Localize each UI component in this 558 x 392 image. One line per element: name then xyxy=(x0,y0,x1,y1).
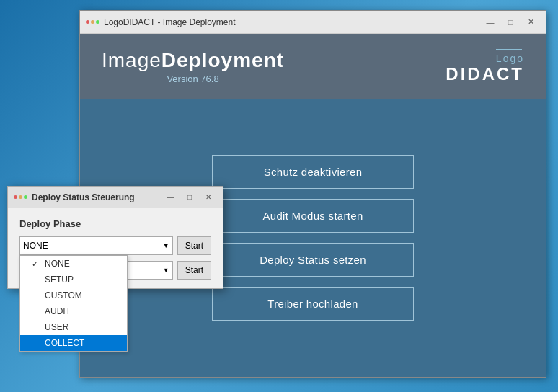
buttons-column: Schutz deaktivieren Audit Modus starten … xyxy=(212,155,414,321)
dot-green xyxy=(96,20,99,24)
dialog-dot-red xyxy=(14,195,17,199)
dropdown-item-audit[interactable]: AUDIT xyxy=(20,303,127,319)
dialog-controls: — □ ✕ xyxy=(162,191,217,204)
action-dropdown-arrow-icon: ▼ xyxy=(163,267,169,274)
title-light: Image xyxy=(102,49,161,71)
deploy-phase-label: Deploy Phase xyxy=(19,218,211,229)
dialog-close-button[interactable]: ✕ xyxy=(200,191,217,204)
title-bold: Deployment xyxy=(161,49,284,71)
dialog-title: Deploy Status Steuerung xyxy=(32,192,162,202)
minimize-button[interactable]: — xyxy=(481,15,500,30)
phase-selected-value: NONE xyxy=(23,241,48,251)
dropdown-wrapper: NONE ▼ ✓ NONE SETUP CUSTOM xyxy=(19,236,173,255)
phase-start-button[interactable]: Start xyxy=(177,236,211,255)
dialog-dots xyxy=(14,195,27,199)
logo-top: Logo xyxy=(496,53,524,64)
item-label-audit: AUDIT xyxy=(45,306,71,316)
dropdown-item-setup[interactable]: SETUP xyxy=(20,272,127,288)
dot-red xyxy=(86,20,89,24)
dot-yellow xyxy=(91,20,94,24)
dropdown-arrow-icon: ▼ xyxy=(163,242,169,249)
dropdown-item-none[interactable]: ✓ NONE xyxy=(20,256,127,272)
close-button[interactable]: ✕ xyxy=(521,15,540,30)
dialog-dot-yellow xyxy=(19,195,22,199)
phase-dropdown[interactable]: NONE ▼ xyxy=(19,236,173,255)
deploy-status-button[interactable]: Deploy Status setzen xyxy=(212,243,414,277)
title-bar-dots xyxy=(86,20,99,24)
main-window-title: LogoDIDACT - Image Deployment xyxy=(104,17,481,27)
maximize-button[interactable]: □ xyxy=(501,15,520,30)
action-start-button[interactable]: Start xyxy=(177,261,211,280)
app-title-main: ImageDeployment xyxy=(102,49,284,72)
treiber-button[interactable]: Treiber hochladen xyxy=(212,287,414,321)
dialog-maximize-button[interactable]: □ xyxy=(181,191,198,204)
app-version: Version 76.8 xyxy=(167,74,218,84)
deploy-phase-row: NONE ▼ ✓ NONE SETUP CUSTOM xyxy=(19,236,211,255)
main-title-bar: LogoDIDACT - Image Deployment — □ ✕ xyxy=(80,11,546,34)
dropdown-item-collect[interactable]: COLLECT xyxy=(20,335,127,351)
dialog-dot-green xyxy=(24,195,27,199)
app-header: ImageDeployment Version 76.8 Logo DIDACT xyxy=(80,34,546,99)
dialog-minimize-button[interactable]: — xyxy=(162,191,180,204)
item-label-setup: SETUP xyxy=(45,275,74,285)
deploy-status-dialog: Deploy Status Steuerung — □ ✕ Deploy Pha… xyxy=(7,186,223,289)
checkmark-none: ✓ xyxy=(32,259,40,269)
dropdown-menu: ✓ NONE SETUP CUSTOM AUDIT xyxy=(19,255,128,352)
item-label-custom: CUSTOM xyxy=(45,290,82,300)
item-label-collect: COLLECT xyxy=(45,338,84,348)
dialog-body: Deploy Phase NONE ▼ ✓ NONE SETUP xyxy=(8,208,223,288)
item-label-none: NONE xyxy=(45,259,70,269)
logo-didact: Logo DIDACT xyxy=(446,49,524,84)
title-bar-controls: — □ ✕ xyxy=(481,15,540,30)
audit-button[interactable]: Audit Modus starten xyxy=(212,199,414,233)
dialog-title-bar: Deploy Status Steuerung — □ ✕ xyxy=(8,187,223,208)
app-title: ImageDeployment Version 76.8 xyxy=(102,49,284,84)
logo-bottom: DIDACT xyxy=(446,64,524,84)
dropdown-item-custom[interactable]: CUSTOM xyxy=(20,288,127,303)
dropdown-item-user[interactable]: USER xyxy=(20,319,127,335)
schutz-button[interactable]: Schutz deaktivieren xyxy=(212,155,414,189)
item-label-user: USER xyxy=(45,322,68,332)
